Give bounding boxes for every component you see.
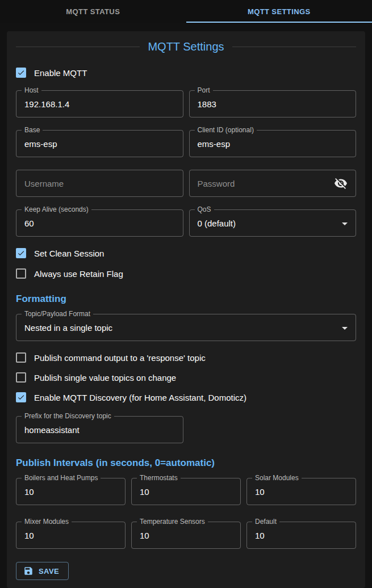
chevron-down-icon [338,217,352,230]
checkbox-enable-mqtt[interactable]: Enable MQTT [16,66,356,79]
field-value: 10 [140,487,149,497]
visibility-off-icon[interactable] [334,177,348,190]
checkbox-icon[interactable] [16,392,26,402]
field-label: QoS [195,205,214,214]
active-tab-indicator [186,22,372,23]
field-label: Thermostats [137,474,181,482]
field-label: Port [195,86,213,95]
field-label: Mixer Modules [22,518,72,526]
tab-bar: MQTT STATUS MQTT SETTINGS [0,0,372,23]
checkbox-retain-flag[interactable]: Always use Retain Flag [16,267,356,280]
field-label: Prefix for the Discovery topic [22,412,114,421]
field-value: 192.168.1.4 [24,99,69,109]
save-button-label: SAVE [39,567,59,576]
checkbox-clean-session[interactable]: Set Clean Session [16,246,356,260]
field-value: homeassistant [24,425,80,435]
formatting-section-header: Formatting [16,293,356,305]
field-value: ems-esp [198,139,231,149]
field-label: Keep Alive (seconds) [22,205,91,214]
field-value: 10 [255,487,265,497]
divider-line [232,47,356,47]
topic-format-select[interactable]: Topic/Payload Format Nested in a single … [16,314,356,341]
tab-mqtt-status[interactable]: MQTT STATUS [0,0,186,23]
field-label: Solar Modules [252,474,302,482]
checkbox-icon[interactable] [16,248,26,258]
interval-thermostats-field[interactable]: Thermostats 10 [131,478,241,505]
field-label: Boilers and Heat Pumps [22,474,101,482]
password-field[interactable]: Password [189,170,357,197]
checkbox-icon[interactable] [16,372,26,383]
keep-alive-field[interactable]: Keep Alive (seconds) 60 [16,209,183,237]
checkbox-publish-response[interactable]: Publish command output to a 'response' t… [16,351,356,364]
checkbox-label: Enable MQTT Discovery (for Home Assistan… [34,393,246,402]
username-field[interactable]: Username [16,170,183,197]
field-value: 10 [255,531,265,540]
field-value: 1883 [198,99,216,109]
checkbox-label: Publish single value topics on change [34,373,176,383]
interval-sensors-field[interactable]: Temperature Sensors 10 [131,522,241,549]
checkbox-publish-single[interactable]: Publish single value topics on change [16,371,356,384]
checkbox-label: Enable MQTT [34,68,87,78]
chevron-down-icon [338,321,352,335]
field-label: Default [252,518,279,526]
field-placeholder: Username [24,179,64,188]
field-label: Topic/Payload Format [22,310,93,318]
field-label: Temperature Sensors [137,518,208,526]
field-value: 10 [24,531,34,540]
field-label: Host [22,86,41,95]
checkbox-label: Always use Retain Flag [34,269,123,279]
qos-select[interactable]: QoS 0 (default) [189,209,357,237]
interval-default-field[interactable]: Default 10 [246,522,356,549]
host-field[interactable]: Host 192.168.1.4 [16,90,183,117]
checkbox-label: Set Clean Session [34,249,104,258]
interval-solar-field[interactable]: Solar Modules 10 [246,478,356,505]
intervals-fields: Boilers and Heat Pumps 10 Thermostats 10… [16,478,356,549]
field-placeholder: Password [198,179,235,188]
field-label: Base [22,126,43,135]
port-field[interactable]: Port 1883 [189,90,357,117]
checkbox-mqtt-discovery[interactable]: Enable MQTT Discovery (for Home Assistan… [16,390,356,404]
field-value: 60 [24,219,34,228]
interval-mixer-field[interactable]: Mixer Modules 10 [16,522,126,549]
save-icon [23,566,34,576]
checkbox-icon[interactable] [16,68,26,78]
selected-value: Nested in a single topic [24,323,112,333]
save-button[interactable]: SAVE [16,562,69,580]
checkbox-icon[interactable] [16,268,26,279]
checkbox-label: Publish command output to a 'response' t… [34,353,206,363]
field-label: Client ID (optional) [195,126,257,135]
interval-boilers-field[interactable]: Boilers and Heat Pumps 10 [16,478,126,505]
base-field[interactable]: Base ems-esp [16,130,183,157]
field-value: 10 [24,487,34,497]
client-id-field[interactable]: Client ID (optional) ems-esp [189,130,357,157]
discovery-prefix-field[interactable]: Prefix for the Discovery topic homeassis… [16,416,183,443]
checkbox-icon[interactable] [16,352,26,363]
connection-fields: Host 192.168.1.4 Port 1883 Base ems-esp … [16,90,356,237]
page-title: MQTT Settings [140,40,232,53]
mqtt-settings-panel: MQTT Settings Enable MQTT Host 192.168.1… [7,31,365,588]
panel-title-divider: MQTT Settings [16,40,356,53]
field-value: 10 [140,531,149,540]
divider-line [16,47,140,47]
selected-value: 0 (default) [198,219,236,228]
intervals-section-header: Publish Intervals (in seconds, 0=automat… [16,457,356,469]
tab-mqtt-settings[interactable]: MQTT SETTINGS [186,0,372,23]
field-value: ems-esp [24,139,57,149]
